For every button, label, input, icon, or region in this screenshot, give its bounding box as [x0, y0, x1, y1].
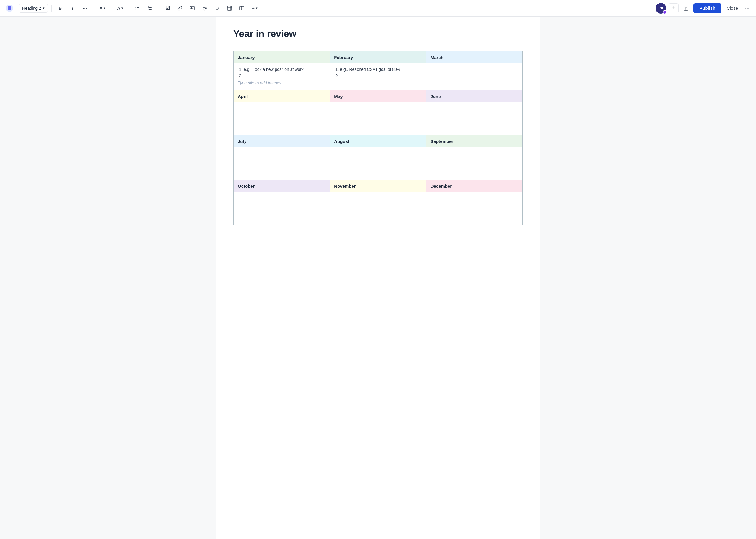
table-button[interactable] — [224, 3, 234, 13]
table-row: October November December — [234, 180, 523, 225]
april-content[interactable] — [234, 103, 330, 135]
june-header: June — [426, 90, 522, 103]
december-content[interactable] — [426, 192, 522, 225]
november-cell[interactable]: November — [330, 180, 426, 225]
october-cell[interactable]: October — [234, 180, 330, 225]
february-content[interactable]: e.g., Reached CSAT goal of 80% — [330, 63, 426, 90]
svg-point-2 — [135, 9, 136, 9]
mention-button[interactable]: @ — [200, 3, 210, 13]
svg-rect-21 — [685, 9, 686, 10]
january-header: January — [234, 51, 330, 63]
chevron-down-icon: ▾ — [43, 6, 44, 10]
avatar[interactable]: CK — [656, 3, 666, 14]
september-content[interactable] — [426, 147, 522, 180]
january-content[interactable]: e.g., Took a new position at work Type /… — [234, 63, 330, 90]
image-button[interactable] — [187, 3, 197, 13]
divider-3 — [111, 5, 111, 12]
july-content[interactable] — [234, 147, 330, 180]
svg-rect-10 — [227, 6, 231, 10]
ordered-list-icon: 1. 2. — [148, 6, 152, 11]
may-cell[interactable]: May — [330, 90, 426, 135]
june-content[interactable] — [426, 103, 522, 135]
text-color-icon: A — [117, 6, 121, 11]
columns-button[interactable] — [237, 3, 247, 13]
more-options-button[interactable]: ··· — [743, 3, 751, 13]
italic-button[interactable]: I — [68, 3, 78, 13]
insert-button[interactable]: + ▾ — [249, 3, 259, 13]
svg-text:1.: 1. — [148, 6, 149, 8]
close-button[interactable]: Close — [724, 4, 741, 12]
ordered-list-button[interactable]: 1. 2. — [145, 3, 155, 13]
august-content[interactable] — [330, 147, 426, 180]
heading-selector[interactable]: Heading 2 ▾ — [19, 4, 48, 13]
december-cell[interactable]: December — [426, 180, 522, 225]
bullet-list-icon — [135, 6, 140, 11]
september-cell[interactable]: September — [426, 135, 522, 180]
task-button[interactable]: ☑ — [162, 3, 172, 13]
march-content[interactable] — [426, 63, 522, 90]
template-icon — [683, 6, 689, 11]
insert-chevron: ▾ — [256, 7, 257, 10]
october-header: October — [234, 180, 330, 192]
february-cell[interactable]: February e.g., Reached CSAT goal of 80% — [330, 51, 426, 90]
table-row: July August September — [234, 135, 523, 180]
text-color-button[interactable]: A ▾ — [115, 3, 126, 13]
svg-text:2.: 2. — [148, 8, 149, 10]
november-content[interactable] — [330, 192, 426, 225]
svg-point-17 — [664, 11, 666, 13]
align-button[interactable]: ≡ ▾ — [98, 3, 108, 13]
publish-button[interactable]: Publish — [693, 3, 721, 13]
avatar-badge — [663, 10, 667, 14]
add-button[interactable]: + — [669, 3, 679, 13]
svg-rect-16 — [242, 7, 244, 10]
may-header: May — [330, 90, 426, 103]
august-cell[interactable]: August — [330, 135, 426, 180]
logo-icon[interactable] — [5, 4, 14, 13]
align-icon: ≡ — [100, 6, 103, 11]
march-cell[interactable]: March — [426, 51, 522, 90]
image-icon — [190, 6, 195, 11]
july-cell[interactable]: July — [234, 135, 330, 180]
divider-1 — [51, 5, 52, 12]
year-review-table: January e.g., Took a new position at wor… — [233, 51, 523, 225]
text-color-chevron: ▾ — [122, 7, 123, 10]
svg-rect-1 — [137, 7, 139, 8]
june-cell[interactable]: June — [426, 90, 522, 135]
svg-rect-5 — [149, 7, 152, 8]
list-item: e.g., Reached CSAT goal of 80% — [340, 67, 422, 72]
link-button[interactable] — [175, 3, 185, 13]
heading-selector-label: Heading 2 — [22, 6, 41, 11]
columns-icon — [239, 6, 244, 11]
april-header: April — [234, 90, 330, 103]
january-cell[interactable]: January e.g., Took a new position at wor… — [234, 51, 330, 90]
table-row: April May June — [234, 90, 523, 135]
svg-rect-20 — [685, 8, 686, 9]
july-header: July — [234, 135, 330, 147]
svg-rect-7 — [149, 9, 152, 10]
emoji-button[interactable]: ☺ — [212, 3, 222, 13]
svg-rect-3 — [137, 9, 139, 9]
table-icon — [227, 6, 232, 11]
align-chevron: ▾ — [104, 7, 105, 10]
svg-rect-19 — [685, 7, 688, 8]
march-header: March — [426, 51, 522, 63]
svg-rect-15 — [240, 7, 242, 10]
toolbar: Heading 2 ▾ B I ··· ≡ ▾ A ▾ 1. 2. — [0, 0, 756, 17]
bullet-list-button[interactable] — [132, 3, 143, 13]
page-title: Year in review — [233, 28, 523, 39]
link-icon — [178, 6, 182, 11]
november-header: November — [330, 180, 426, 192]
avatar-initials: CK — [658, 6, 664, 10]
february-header: February — [330, 51, 426, 63]
may-content[interactable] — [330, 103, 426, 135]
insert-plus-icon: + — [252, 6, 254, 11]
april-cell[interactable]: April — [234, 90, 330, 135]
bold-button[interactable]: B — [55, 3, 65, 13]
list-item — [340, 73, 422, 78]
september-header: September — [426, 135, 522, 147]
more-format-button[interactable]: ··· — [80, 3, 90, 13]
october-content[interactable] — [234, 192, 330, 225]
divider-2 — [94, 5, 94, 12]
template-button[interactable] — [681, 3, 691, 13]
main-content: Year in review January e.g., Took a new … — [215, 17, 541, 539]
